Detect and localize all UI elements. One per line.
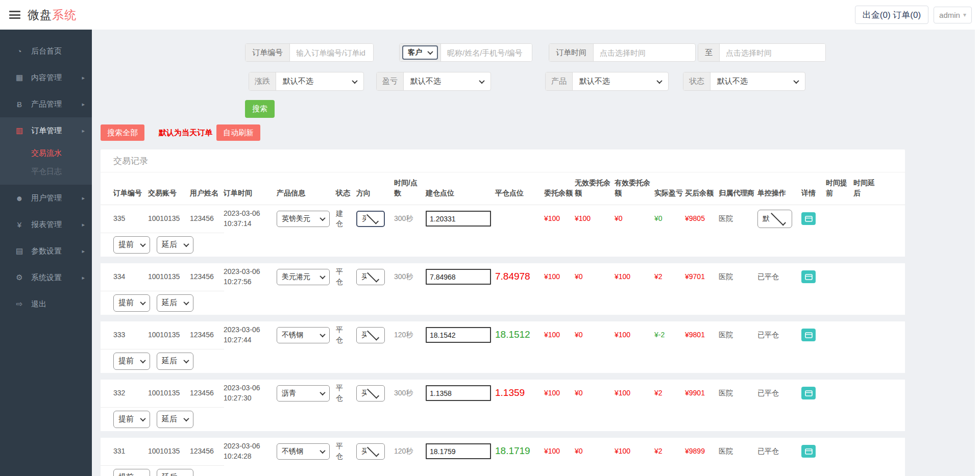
chevron-down-icon [320,390,325,395]
chevron-down-icon [656,78,662,83]
product-cell: 英镑美元 [277,211,334,227]
time-delay-select[interactable]: 延后 [157,353,193,370]
status-cell: 平仓 [336,441,345,461]
product-select[interactable]: 默认不选 [573,72,668,90]
time-advance-select[interactable]: 提前 [113,469,150,476]
panel-title: 交易记录 [101,149,905,172]
open-point-input[interactable] [426,443,491,459]
valid-entrust-cell: ¥100 [615,446,652,457]
settings-icon: ⚙ [14,273,25,282]
duration-cell: 120秒 [394,446,424,457]
sidebar-item-system[interactable]: ⚙系统设置▸ [0,264,92,291]
column-header: 时间延后 [853,178,880,198]
row-gap [101,431,905,438]
order-card: 331100101351234562023-03-0610:24:28不锈钢平仓… [101,438,905,476]
time-advance-select[interactable]: 提前 [113,236,150,254]
time-advance-select[interactable]: 提前 [113,411,150,428]
column-header: 方向 [356,188,392,198]
time-delay-select[interactable]: 延后 [157,469,193,476]
open-point-input[interactable] [426,269,491,285]
product-info-select-value: 沥青 [282,388,296,398]
order-no-input[interactable] [290,44,374,61]
open-point-input[interactable] [426,385,491,401]
valid-entrust-cell: ¥100 [615,388,652,398]
time-delay-select[interactable]: 延后 [157,411,193,428]
product-info-select[interactable]: 不锈钢 [277,443,330,460]
customer-input[interactable] [441,44,532,61]
open-point-cell [426,385,493,401]
detail-button[interactable] [801,329,816,341]
time-advance-select[interactable]: 提前 [113,353,150,370]
logo-part-black: 微盘 [28,8,52,21]
control-cell: 已平仓 [757,272,799,282]
actual-profit-cell: ¥0 [654,214,683,224]
sidebar-item-home[interactable]: ◔后台首页 [0,38,92,64]
app-logo: 微盘系统 [28,7,77,23]
time-delay-select[interactable]: 延后 [157,294,193,312]
search-all-button[interactable]: 搜索全部 [101,124,144,141]
table-row: 331100101351234562023-03-0610:24:28不锈钢平仓… [101,438,905,465]
status-select[interactable]: 默认不选 [710,72,805,90]
product-info-select[interactable]: 英镑美元 [277,211,330,227]
table-row: 335100101351234562023-03-0610:37:14英镑美元建… [101,205,905,233]
agent-cell: 医院 [719,388,755,398]
detail-button[interactable] [801,387,816,399]
open-point-cell [426,211,493,227]
direction-select-value: 买涨 [361,272,366,282]
withdraw-orders-button[interactable]: 出金(0) 订单(0) [855,6,928,24]
order-clock: 10:27:30 [224,393,275,404]
product-info-select[interactable]: 美元港元 [277,269,330,285]
hamburger-menu-icon[interactable] [9,11,20,19]
invalid-entrust-cell: ¥0 [575,272,612,282]
sidebar-item-content[interactable]: ▦内容管理▸ [0,64,92,91]
detail-button[interactable] [801,270,816,283]
sidebar-subitem-close-log[interactable]: 平仓日志 [0,162,92,181]
updown-label: 涨跌 [249,72,276,90]
users-icon: ☻ [14,194,25,203]
sidebar-item-logout[interactable]: ⇨退出 [0,291,92,317]
valid-entrust-cell: ¥100 [615,272,652,282]
sidebar-item-orders[interactable]: ▥订单管理▸ [0,117,92,144]
detail-card-icon [805,332,813,338]
time-advance-select-value: 提前 [118,356,134,366]
updown-select[interactable]: 默认不选 [276,72,363,90]
order-time-filter-group: 订单时间 [549,43,696,62]
search-button[interactable]: 搜索 [245,100,275,118]
time-delay-select[interactable]: 延后 [157,236,193,254]
customer-filter-group: 客户 [399,43,532,62]
sidebar-item-users[interactable]: ☻用户管理▸ [0,185,92,211]
sidebar: ◔后台首页▦内容管理▸Ƀ产品管理▸▥订单管理▸交易流水平仓日志☻用户管理▸¥报表… [0,30,92,476]
scrollbar[interactable] [975,30,980,476]
product-filter-group: 产品 默认不选 [545,72,669,91]
sidebar-item-params[interactable]: ▤参数设置▸ [0,238,92,264]
time-advance-select[interactable]: 提前 [113,294,150,312]
direction-select[interactable]: 买涨 [356,443,385,460]
after-balance-cell: ¥9701 [685,272,717,282]
profit-select[interactable]: 默认不选 [404,72,491,90]
column-header: 产品信息 [277,188,334,198]
direction-select[interactable]: 买涨 [356,211,385,227]
sidebar-item-product[interactable]: Ƀ产品管理▸ [0,91,92,117]
sidebar-item-reports[interactable]: ¥报表管理▸ [0,211,92,238]
customer-type-select[interactable]: 客户 [402,45,438,60]
order-time-cell: 2023-03-0610:27:56 [224,267,275,287]
product-cell: 美元港元 [277,269,334,285]
open-point-input[interactable] [426,327,491,343]
auto-refresh-button[interactable]: 自动刷新 [216,124,260,141]
user-name-cell: 123456 [190,272,222,282]
direction-select[interactable]: 买涨 [356,327,385,343]
direction-select[interactable]: 买涨 [356,269,385,285]
entrust-balance-cell: ¥100 [544,272,573,282]
product-info-select[interactable]: 沥青 [277,385,330,402]
sidebar-subitem-trade-flow[interactable]: 交易流水 [0,144,92,162]
detail-button[interactable] [801,212,816,225]
chevron-down-icon [140,299,145,305]
open-point-input[interactable] [426,211,491,227]
detail-button[interactable] [801,445,816,458]
order-time-start-input[interactable] [594,44,691,61]
direction-select[interactable]: 买涨 [356,385,385,402]
admin-user-dropdown[interactable]: admin ▾ [934,7,972,23]
order-time-end-input[interactable] [720,44,826,61]
product-info-select[interactable]: 不锈钢 [277,327,330,343]
single-control-select[interactable]: 默认 [757,210,792,228]
